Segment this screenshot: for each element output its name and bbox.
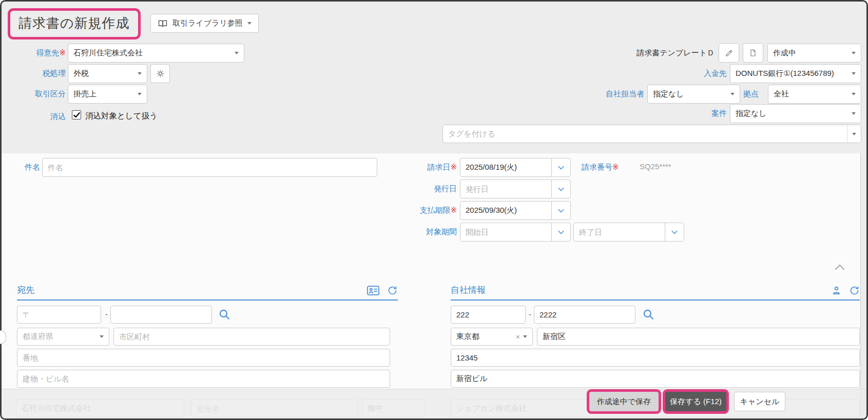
- tag-input-placeholder: タグを付ける: [443, 129, 500, 139]
- caret-down-icon: [523, 335, 527, 338]
- staff-select[interactable]: 指定なし: [647, 85, 740, 104]
- caret-down-icon: [138, 93, 142, 95]
- project-select[interactable]: 指定なし: [730, 104, 861, 123]
- staff-label: 自社担当者: [585, 89, 644, 99]
- chevron-down-icon: [556, 228, 566, 237]
- scrollbar-track: [860, 153, 866, 418]
- period-end-picker-button[interactable]: [665, 223, 684, 242]
- company-postal2-input[interactable]: [534, 306, 635, 324]
- clear-icon[interactable]: ×: [516, 333, 520, 341]
- company-city-input[interactable]: [537, 328, 860, 346]
- recipient-street-input[interactable]: [17, 349, 390, 367]
- trade-type-select-value: 掛売上: [73, 89, 97, 99]
- caret-down-icon: [138, 72, 142, 75]
- save-draft-button[interactable]: 作成途中で保存: [589, 392, 659, 411]
- customer-select[interactable]: 石狩川住宅株式会社: [68, 44, 244, 63]
- contact-card-icon[interactable]: [367, 285, 380, 296]
- clearing-checkbox-text: 消込対象として扱う: [85, 111, 158, 122]
- page-title-highlight: 請求書の新規作成: [10, 11, 138, 37]
- gear-icon: [156, 69, 165, 78]
- chevron-up-icon: [832, 262, 848, 273]
- chevron-down-icon: [556, 185, 566, 194]
- company-building-input[interactable]: [451, 370, 860, 388]
- staff-select-value: 指定なし: [653, 89, 684, 99]
- recipient-section-title: 宛先: [17, 284, 34, 296]
- branch-select[interactable]: 全社: [768, 85, 861, 104]
- book-icon: [158, 18, 168, 29]
- edit-template-button[interactable]: [719, 43, 739, 63]
- document-icon-button[interactable]: [743, 43, 763, 63]
- period-start-input[interactable]: [460, 223, 552, 242]
- page-title: 請求書の新規作成: [18, 14, 130, 32]
- branch-label: 拠点: [743, 89, 765, 99]
- company-section-header: 自社情報: [451, 282, 860, 301]
- billing-date-input[interactable]: [460, 158, 552, 177]
- tax-select[interactable]: 外税: [68, 64, 147, 83]
- subject-label: 件名: [4, 162, 40, 172]
- due-date-picker-button[interactable]: [551, 201, 571, 220]
- invoice-number-value: SQ25****: [640, 162, 671, 171]
- clearing-label: 消込: [0, 111, 66, 122]
- period-end-input[interactable]: [573, 223, 665, 242]
- deposit-select[interactable]: DONUTS銀行①(123456789): [730, 64, 861, 83]
- chevron-down-icon: [670, 228, 679, 237]
- caret-down-icon: [247, 22, 252, 25]
- deposit-select-value: DONUTS銀行①(123456789): [736, 69, 834, 78]
- status-select[interactable]: 作成中: [767, 44, 861, 63]
- issue-date-input[interactable]: [460, 179, 552, 198]
- tag-dropdown-toggle[interactable]: [847, 125, 861, 143]
- refresh-icon[interactable]: [387, 285, 398, 296]
- company-postal-search-icon[interactable]: [642, 308, 655, 321]
- deposit-label: 入金先: [667, 68, 727, 78]
- recipient-postal-search-icon[interactable]: [218, 308, 231, 321]
- required-mark: ※: [612, 163, 619, 171]
- recipient-postal2-input[interactable]: [110, 306, 212, 324]
- person-icon[interactable]: [831, 285, 842, 296]
- trade-type-select[interactable]: 掛売上: [68, 85, 147, 104]
- refresh-icon[interactable]: [849, 285, 860, 296]
- cancel-button[interactable]: キャンセル: [734, 392, 785, 411]
- trade-type-label: 取引区分: [0, 89, 66, 99]
- tax-settings-button[interactable]: [150, 64, 170, 83]
- caret-down-icon: [852, 72, 856, 75]
- issue-date-picker-button[interactable]: [551, 179, 571, 198]
- caret-down-icon: [852, 133, 856, 135]
- chevron-down-icon: [556, 206, 566, 215]
- transaction-library-button[interactable]: 取引ライブラリ参照: [150, 14, 259, 33]
- company-prefecture-value: 東京都: [456, 332, 479, 342]
- required-mark: ※: [59, 48, 66, 57]
- recipient-postal1-input[interactable]: [17, 306, 101, 324]
- due-date-input[interactable]: [460, 201, 552, 220]
- period-start-picker-button[interactable]: [551, 223, 571, 242]
- postal-separator: -: [105, 310, 108, 318]
- recipient-prefecture-select[interactable]: 都道府県: [17, 328, 109, 346]
- tax-select-value: 外税: [73, 69, 89, 78]
- company-postal1-input[interactable]: [451, 306, 526, 324]
- caret-down-icon: [852, 112, 856, 115]
- template-label: 請求書テンプレートＤ: [565, 48, 715, 58]
- branch-select-value: 全社: [774, 89, 789, 99]
- recipient-city-input[interactable]: [113, 328, 390, 346]
- company-street-input[interactable]: [451, 349, 860, 367]
- status-select-value: 作成中: [773, 48, 796, 58]
- recipient-building-input[interactable]: [17, 370, 390, 388]
- caret-down-icon: [852, 52, 856, 54]
- collapse-section-button[interactable]: [832, 262, 848, 273]
- customer-label: 得意先※: [0, 48, 66, 58]
- tax-label: 税処理: [0, 68, 66, 78]
- project-select-value: 指定なし: [736, 109, 767, 118]
- billing-date-picker-button[interactable]: [551, 158, 571, 177]
- tag-input[interactable]: タグを付ける: [442, 125, 861, 143]
- subject-input[interactable]: [42, 158, 377, 177]
- caret-down-icon: [235, 52, 239, 54]
- billing-date-label: 請求日※: [359, 162, 457, 172]
- customer-select-value: 石狩川住宅株式会社: [73, 48, 143, 58]
- required-mark: ※: [450, 206, 457, 214]
- library-button-label: 取引ライブラリ参照: [172, 18, 243, 28]
- document-icon: [749, 49, 757, 57]
- save-button[interactable]: 保存する (F12): [665, 392, 726, 411]
- clearing-checkbox[interactable]: [72, 110, 81, 119]
- period-label: 対象期間: [359, 227, 457, 237]
- company-prefecture-select[interactable]: 東京都 ×: [451, 328, 533, 346]
- invoice-number-label: 請求番号※: [582, 162, 635, 172]
